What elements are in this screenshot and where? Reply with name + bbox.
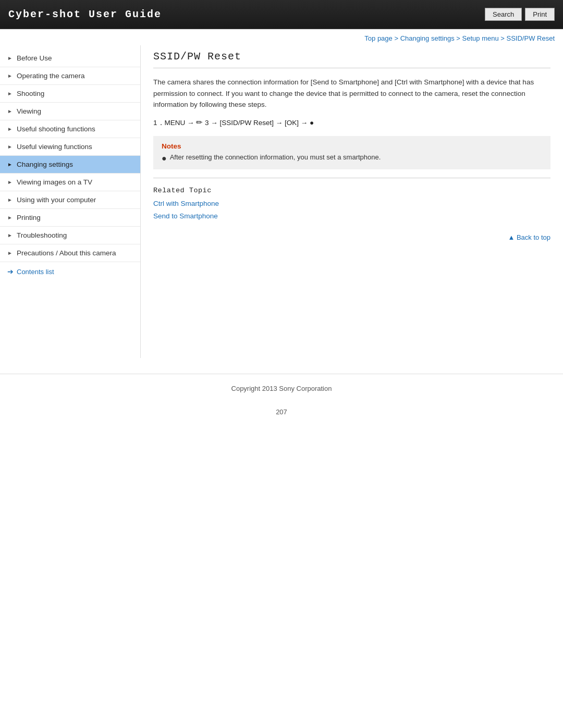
breadcrumb-sep-3: > — [500, 34, 506, 42]
chevron-right-icon: ► — [7, 179, 13, 185]
chevron-right-icon: ► — [7, 108, 13, 114]
breadcrumb-sep-1: > — [394, 34, 400, 42]
sidebar-item-troubleshooting[interactable]: ► Troubleshooting — [0, 227, 140, 244]
sidebar-item-precautions[interactable]: ► Precautions / About this camera — [0, 244, 140, 262]
chevron-right-icon: ► — [7, 232, 13, 238]
contents-list-label: Contents list — [17, 268, 54, 276]
chevron-right-icon: ► — [7, 55, 13, 61]
step-instruction: 1．MENU → ✏ 3 → [SSID/PW Reset] → [OK] → … — [153, 118, 550, 128]
breadcrumb-top[interactable]: Top page — [364, 34, 393, 42]
breadcrumb-setup-menu[interactable]: Setup menu — [462, 34, 499, 42]
sidebar-item-label: Precautions / About this camera — [17, 249, 116, 257]
sidebar-item-viewing-tv[interactable]: ► Viewing images on a TV — [0, 174, 140, 191]
sidebar-item-useful-viewing[interactable]: ► Useful viewing functions — [0, 138, 140, 156]
chevron-right-icon: ► — [7, 73, 13, 79]
chevron-right-icon: ► — [7, 250, 13, 256]
sidebar-item-printing[interactable]: ► Printing — [0, 209, 140, 227]
main-layout: ► Before Use ► Operating the camera ► Sh… — [0, 45, 563, 358]
sidebar-item-viewing[interactable]: ► Viewing — [0, 103, 140, 120]
sidebar-item-label: Before Use — [17, 54, 52, 62]
page-title: SSID/PW Reset — [153, 51, 550, 68]
sidebar-item-label: Shooting — [17, 90, 44, 97]
sidebar-item-label: Changing settings — [17, 161, 73, 168]
breadcrumb: Top page > Changing settings > Setup men… — [0, 29, 563, 45]
sidebar-item-label: Operating the camera — [17, 72, 85, 80]
header-actions: Search Print — [485, 8, 555, 21]
print-button[interactable]: Print — [525, 8, 555, 21]
sidebar-item-before-use[interactable]: ► Before Use — [0, 50, 140, 67]
sidebar-item-label: Useful viewing functions — [17, 143, 92, 151]
sidebar-item-useful-shooting[interactable]: ► Useful shooting functions — [0, 120, 140, 138]
sidebar-item-label: Viewing images on a TV — [17, 178, 92, 186]
back-to-top-link[interactable]: ▲ Back to top — [153, 233, 550, 241]
chevron-right-icon: ► — [7, 197, 13, 203]
main-content: SSID/PW Reset The camera shares the conn… — [141, 45, 563, 252]
chevron-right-icon: ► — [7, 215, 13, 220]
chevron-right-icon: ► — [7, 162, 13, 167]
ctrl-with-smartphone-link[interactable]: Ctrl with Smartphone — [153, 198, 550, 210]
sidebar-item-label: Useful shooting functions — [17, 125, 95, 133]
sidebar-item-label: Viewing — [17, 107, 41, 115]
related-topic-section: Related Topic Ctrl with Smartphone Send … — [153, 187, 550, 223]
arrow-right-icon: ➔ — [7, 267, 14, 276]
footer: Copyright 2013 Sony Corporation — [0, 374, 563, 403]
divider — [153, 178, 550, 178]
header: Cyber-shot User Guide Search Print — [0, 0, 563, 29]
notes-title: Notes — [162, 142, 542, 150]
contents-list-link[interactable]: ➔ Contents list — [0, 262, 140, 281]
notes-item: ● After resetting the connection informa… — [162, 153, 542, 163]
notes-box: Notes ● After resetting the connection i… — [153, 136, 550, 169]
bullet-icon: ● — [162, 153, 167, 163]
breadcrumb-sep-2: > — [456, 34, 462, 42]
description-text: The camera shares the connection informa… — [153, 77, 550, 110]
sidebar-item-operating[interactable]: ► Operating the camera — [0, 67, 140, 85]
search-button[interactable]: Search — [485, 8, 522, 21]
chevron-right-icon: ► — [7, 126, 13, 132]
sidebar-item-label: Using with your computer — [17, 196, 96, 204]
chevron-right-icon: ► — [7, 91, 13, 96]
sidebar-item-computer[interactable]: ► Using with your computer — [0, 191, 140, 209]
app-title: Cyber-shot User Guide — [8, 8, 162, 20]
sidebar: ► Before Use ► Operating the camera ► Sh… — [0, 45, 141, 358]
sidebar-item-changing-settings[interactable]: ► Changing settings — [0, 156, 140, 174]
sidebar-item-label: Troubleshooting — [17, 231, 67, 239]
sidebar-item-label: Printing — [17, 214, 41, 221]
sidebar-item-shooting[interactable]: ► Shooting — [0, 85, 140, 103]
breadcrumb-changing-settings[interactable]: Changing settings — [400, 34, 455, 42]
related-topic-title: Related Topic — [153, 187, 550, 194]
notes-text: After resetting the connection informati… — [170, 153, 381, 161]
breadcrumb-current[interactable]: SSID/PW Reset — [507, 34, 555, 42]
send-to-smartphone-link[interactable]: Send to Smartphone — [153, 210, 550, 223]
page-number: 207 — [0, 403, 563, 421]
chevron-right-icon: ► — [7, 144, 13, 150]
copyright-text: Copyright 2013 Sony Corporation — [231, 385, 332, 392]
